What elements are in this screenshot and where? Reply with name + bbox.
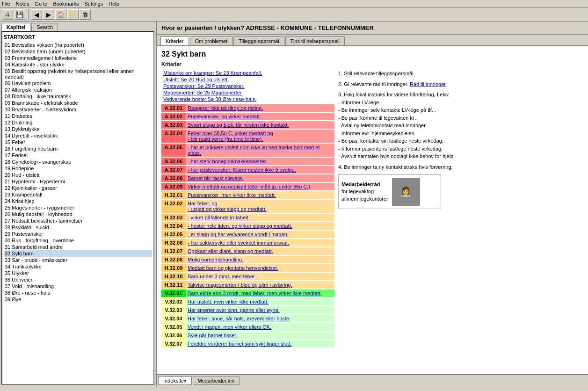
criteria-text[interactable]: - har pustevansker. Klarer nesten ikke å… (186, 166, 334, 174)
nav-list-item[interactable]: 05 Bestilt oppdrag (rekviret av helseper… (4, 68, 152, 80)
criteria-code: V.32.01 (161, 290, 186, 297)
nav-list-item[interactable]: 10 Brystsmerter - hjertesykdom (4, 106, 152, 113)
nav-list-item[interactable]: 01 Bevisstløs voksen (fra pubertet) (4, 42, 152, 48)
tab-search[interactable]: Search (31, 23, 58, 31)
nav-list-item[interactable]: 20 Hud - utslett (4, 172, 152, 178)
nav-list-item[interactable]: 25 Magesmerter - ryggsmerter (4, 204, 152, 211)
nav-list-item[interactable]: 27 Nedsatt bevissthet - lammelser (4, 217, 152, 224)
bottom-tab-medarbeider[interactable]: Medarbeider.lex (193, 377, 240, 385)
criteria-text[interactable]: Barn under 3 mnd. med feber. (186, 273, 334, 280)
nav-list-item[interactable]: 33 Sår - brudd - småskader (4, 257, 152, 263)
criteria-text[interactable]: Pustevansker, og virker medtatt. (186, 113, 334, 120)
nav-list-item[interactable]: 02 Bevisstløs barn (under pubertet) (4, 48, 152, 55)
nav-list-item[interactable]: 21 Hypotermi - Hypertermi (4, 178, 152, 185)
criteria-text[interactable]: Foreldre vurderer barnet som sykt finger… (186, 340, 334, 348)
menu-help[interactable]: Help (109, 1, 119, 7)
intro-link-item[interactable]: Magesmerter: Se 25 Magesmerter. (161, 89, 334, 96)
nav-list-item[interactable]: 07 Allergisk reaksjon (4, 87, 152, 93)
nav-list-item[interactable]: 09 Brannskade - elektrisk skade (4, 100, 152, 106)
criteria-text[interactable]: Medtatt barn og gjentatte henvendelser. (186, 264, 334, 272)
nav-list-item[interactable]: 22 Kjemikalier - gasser (4, 185, 152, 191)
criteria-row: H.32.06- har sukkersyke eller svekket im… (161, 239, 334, 246)
nav-list-item[interactable]: 32 Sykt barn (4, 250, 152, 257)
criteria-text[interactable]: - er slapp og har vedvarende vondt i mag… (186, 231, 334, 238)
nav-list-item[interactable]: 15 Feber (4, 139, 152, 145)
criteria-text[interactable]: - har sukkersyke eller svekket immunfors… (186, 239, 334, 246)
tab-tips[interactable]: Tips til helsepersonell (285, 36, 345, 45)
criteria-column: Mistanke om kramper: Se 23 Krampeanfall.… (161, 70, 334, 348)
tab-kriterier[interactable]: Kriterier (160, 36, 189, 45)
delete-button[interactable]: 🗑 (80, 9, 91, 20)
medarbeider-title: Medarbeiderråd (341, 181, 380, 187)
nav-list-item[interactable]: 04 Katastrofe - stor ulykke (4, 61, 152, 68)
nav-list-item[interactable]: 30 Rus - forgiftning - overdose (4, 237, 152, 244)
nav-list-item[interactable]: 29 Pustevansker (4, 231, 152, 237)
intro-link-item[interactable]: Vedvarende hoste: Se 38 Øre-nese-hals. (161, 96, 334, 102)
intro-link-item[interactable]: Pustevansker: Se 29 Pustevansker. (161, 83, 334, 89)
criteria-text[interactable]: Pustevansker, men virker ikke medtatt. (186, 191, 334, 199)
criteria-text[interactable]: Har utslett, men virker ikke medtatt. (186, 298, 334, 305)
criteria-text[interactable]: - har et prikkete utslett som ikke lar s… (186, 144, 334, 157)
nav-list-item[interactable]: 18 Gynekologi - svangerskap (4, 159, 152, 165)
nav-list-item[interactable]: 23 Krampeanfall (4, 191, 152, 198)
criteria-text[interactable]: Barnet blir raskt sløvere. (186, 174, 334, 182)
criteria-text[interactable]: Har smerter over kinn, panne eller øyne. (186, 306, 334, 314)
criteria-text[interactable]: Takvise magesmerter / blod og slim i avf… (186, 281, 334, 289)
nav-list-item[interactable]: 06 Uavklart problem (4, 80, 152, 87)
nav-list-item[interactable]: 36 Urinveier (4, 276, 152, 283)
nav-list-item[interactable]: 03 Fremmedlegeme i luftveiene (4, 55, 152, 61)
nav-list-item[interactable]: 14 Dyrebitt - insektstikk (4, 132, 152, 139)
intro-link-item[interactable]: Utslett: Se 20 Hud og utslett. (161, 76, 334, 83)
criteria-text[interactable]: - har sterk hodepine/nakkesmerter. (186, 158, 334, 165)
nav-list-item[interactable]: 24 Kriselhjep (4, 198, 152, 204)
criteria-text[interactable]: Oppkast eller diaré, slapp og medtatt. (186, 247, 334, 255)
criteria-text[interactable]: - hoster hele tiden, og virker slapp og … (186, 222, 334, 230)
criteria-text[interactable]: Har feber, og - utslett og virker slapp … (186, 200, 334, 213)
tab-om-problemet[interactable]: Om problemet (190, 36, 233, 45)
nav-list-item[interactable]: 28 Psykiatri - suicid (4, 224, 152, 231)
nav-list-item[interactable]: 11 Diabetes (4, 113, 152, 119)
nav-list-item[interactable]: 12 Drukning (4, 119, 152, 126)
forward-button[interactable]: ▶ (43, 9, 54, 20)
criteria-text[interactable]: Barn eldre enn 3 mndr. med feber, men vi… (186, 290, 334, 297)
nav-list-item[interactable]: 26 Mulig dødsfall - krybbedød (4, 211, 152, 217)
nav-list-item[interactable]: 31 Samarbeid med andre (4, 244, 152, 250)
nav-list-item[interactable]: 08 Blødning - ikke traumatisk (4, 93, 152, 100)
nav-list-item[interactable]: 39 Øye (4, 296, 152, 303)
nav-list-item[interactable]: 16 Forgiftning hos barn (4, 145, 152, 152)
bottom-tab-indeks[interactable]: Indeks.lex (158, 377, 192, 385)
nav-list-item[interactable]: 17 Fødsel (4, 152, 152, 159)
nav-list-item[interactable]: 34 Trafikkulykke (4, 263, 152, 270)
criteria-text[interactable]: Svært slapp og blek, får nesten ikke kon… (186, 121, 334, 129)
criteria-text[interactable]: Mulig barnemishandling. (186, 256, 334, 263)
menu-settings[interactable]: Settings (84, 1, 103, 7)
criteria-text[interactable]: Feber over 38,5o C, virker medtatt og - … (186, 130, 334, 143)
nav-list-item[interactable]: 37 Vold - mishandling (4, 283, 152, 290)
home-button[interactable]: 🏠 (55, 9, 66, 20)
criteria-code: H.32.11 (161, 281, 186, 289)
nav-list-item[interactable]: 19 Hodepine (4, 165, 152, 172)
criteria-text[interactable]: - virker påfallende irritabelt. (186, 214, 334, 221)
menu-goto[interactable]: Go to (35, 1, 47, 7)
criteria-text[interactable]: Virker medtatt og nedkjølt (eller målt t… (186, 183, 334, 190)
back-button[interactable]: ◀ (31, 9, 42, 20)
print-button[interactable]: 🖨 (2, 9, 13, 20)
menu-file[interactable]: File (2, 1, 10, 7)
section-title: 32 Sykt barn (161, 50, 583, 58)
intro-link-item[interactable]: Mistanke om kramper: Se 23 Krampeanfall. (161, 70, 334, 76)
tab-kapittel[interactable]: Kapittel (1, 23, 30, 31)
criteria-text[interactable]: Svie når barnet tisser. (186, 332, 334, 339)
rad-til-innringer-link[interactable]: Råd til innringer (410, 81, 446, 87)
nav-list-item[interactable]: 38 Øre - nese - hals (4, 290, 152, 296)
criteria-text[interactable]: Reagerer ikke på tilrop og risting. (186, 104, 334, 112)
flash-button[interactable]: ⚡ (67, 9, 79, 20)
criteria-text[interactable]: Vondt i magen, men virker ellers OK. (186, 323, 334, 331)
menu-bookmarks[interactable]: Bookmarks (53, 1, 79, 7)
tab-tilleggs[interactable]: Tilleggs-spørsmål (233, 36, 284, 45)
nav-list-item[interactable]: 35 Ulykker (4, 270, 152, 276)
criteria-row: H.32.03- virker påfallende irritabelt. (161, 214, 334, 221)
nav-list-item[interactable]: 13 Dykkrulykke (4, 126, 152, 132)
save-button[interactable]: 💾 (14, 9, 25, 20)
menu-notes[interactable]: Notes (16, 1, 29, 7)
criteria-text[interactable]: Har feber, snue, sår hals, øreverk eller… (186, 315, 334, 322)
